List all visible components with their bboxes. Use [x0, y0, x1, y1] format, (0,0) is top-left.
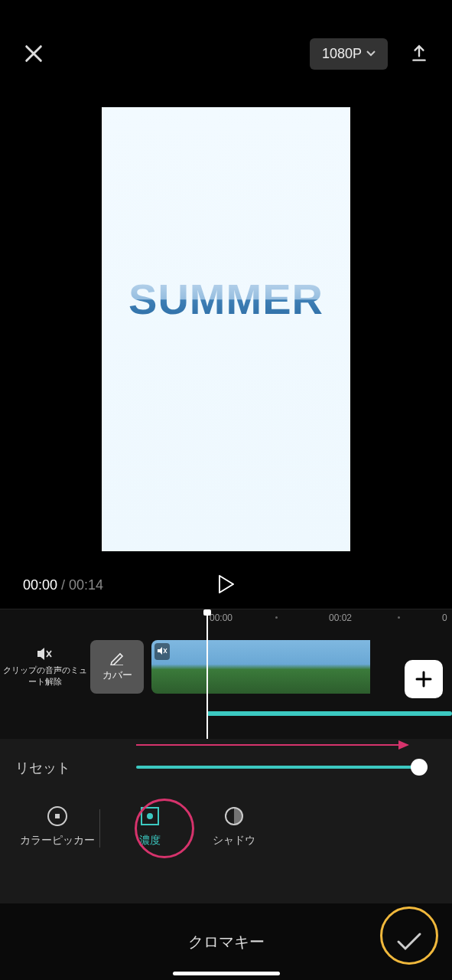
playhead[interactable] [206, 609, 208, 739]
ruler-tick: 00:02 [329, 612, 352, 623]
panel-title: クロマキー [188, 932, 265, 952]
edit-icon [109, 652, 125, 665]
intensity-icon [138, 805, 161, 828]
export-button[interactable] [409, 44, 429, 64]
slider-track [136, 766, 421, 769]
overlay-track[interactable] [206, 711, 452, 716]
clip[interactable] [249, 640, 298, 694]
resolution-button[interactable]: 1080P [310, 38, 388, 70]
cover-button[interactable]: カバー [90, 640, 144, 694]
unmute-clip-button[interactable]: クリップの音声のミュート解除 [0, 646, 90, 687]
clip[interactable] [347, 640, 370, 694]
current-time: 00:00 [23, 577, 57, 593]
cover-label: カバー [102, 668, 132, 682]
ruler-tick: 00:00 [210, 612, 233, 623]
video-preview[interactable]: SUMMER [102, 107, 350, 551]
home-indicator [173, 972, 280, 975]
shadow-option[interactable]: シャドウ [192, 805, 276, 848]
ruler-dot [275, 616, 278, 619]
intensity-label: 濃度 [139, 834, 161, 848]
clip[interactable] [298, 640, 347, 694]
chevron-down-icon [366, 51, 376, 57]
slider-thumb[interactable] [411, 759, 428, 776]
check-icon [396, 932, 422, 952]
confirm-button[interactable] [386, 919, 432, 965]
shadow-icon [223, 805, 246, 828]
unmute-label: クリップの音声のミュート解除 [0, 665, 90, 687]
color-picker-option[interactable]: カラーピッカー [15, 805, 99, 848]
clip[interactable] [151, 640, 200, 694]
annotation-arrow [136, 744, 408, 746]
add-clip-button[interactable] [405, 660, 443, 698]
reset-button[interactable]: リセット [15, 759, 122, 777]
color-picker-icon [46, 805, 69, 828]
ruler-tick: 0 [442, 612, 447, 623]
clip-mute-icon [154, 643, 170, 660]
close-button[interactable] [23, 43, 44, 64]
plus-icon [414, 669, 434, 689]
resolution-label: 1080P [322, 46, 362, 62]
time-ruler: 00:00 00:02 0 [0, 609, 452, 629]
color-picker-label: カラーピッカー [20, 834, 95, 848]
ruler-dot [398, 616, 400, 619]
svg-rect-1 [55, 814, 60, 818]
shadow-label: シャドウ [213, 834, 255, 848]
preview-text: SUMMER [128, 274, 324, 324]
intensity-slider[interactable] [136, 756, 421, 779]
intensity-option[interactable]: 濃度 [108, 805, 192, 848]
play-button[interactable] [217, 574, 236, 597]
total-time: 00:14 [69, 577, 103, 593]
svg-point-3 [147, 813, 153, 819]
time-display: 00:00 / 00:14 [23, 577, 103, 593]
divider [99, 809, 100, 848]
speaker-mute-icon [36, 646, 54, 662]
timeline[interactable]: 00:00 00:02 0 クリップの音声のミュート解除 カバー [0, 609, 452, 739]
